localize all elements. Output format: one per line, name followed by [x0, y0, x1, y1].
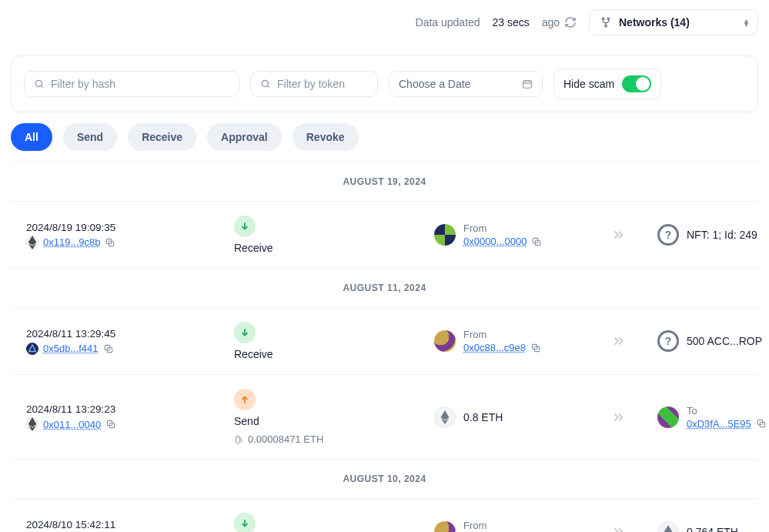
unknown-token-icon: ?: [657, 224, 679, 246]
timestamp: 2024/8/11 13:29:45: [26, 328, 234, 340]
copy-icon[interactable]: [530, 343, 541, 353]
avatar: [657, 407, 679, 428]
send-icon: [234, 389, 256, 410]
tx-hash-link[interactable]: 0x5db...f441: [43, 343, 99, 354]
eth-chain-icon: [26, 418, 38, 430]
arrow-icon: [611, 527, 657, 532]
arbitrum-chain-icon: [26, 343, 38, 355]
tab-receive[interactable]: Receive: [128, 123, 196, 151]
svg-rect-16: [236, 436, 240, 443]
hide-scam-toggle[interactable]: [622, 75, 651, 92]
receive-icon: [234, 513, 256, 532]
direction-label: To: [687, 405, 767, 417]
svg-point-3: [35, 80, 42, 86]
amount-text: 500 ACC...ROP: [687, 335, 762, 347]
data-updated-label: Data updated 23 secs ago: [416, 16, 577, 28]
eth-chain-icon: [26, 236, 38, 249]
updated-value: 23 secs: [493, 16, 530, 28]
avatar: [434, 330, 456, 352]
type-label: Receive: [234, 242, 434, 254]
filter-hash-input[interactable]: [51, 78, 229, 90]
search-icon: [34, 79, 45, 89]
direction-label: From: [463, 520, 544, 531]
copy-icon[interactable]: [105, 237, 115, 248]
copy-icon[interactable]: [103, 343, 114, 354]
tx-hash-link[interactable]: 0x119...9c8b: [43, 236, 100, 248]
type-label: Receive: [234, 348, 434, 360]
date-separator: AUGUST 19, 2024: [11, 162, 758, 201]
refresh-icon[interactable]: [564, 16, 577, 28]
table-row[interactable]: 2024/8/10 15:42:11 0xaf8...7a9b Receive …: [11, 498, 758, 532]
direction-label: From: [463, 223, 542, 234]
arrow-icon: [611, 229, 657, 240]
table-row[interactable]: 2024/8/11 13:29:23 0x011...0040 Send: [11, 374, 758, 459]
amount-text: 0.764 ETH: [687, 526, 738, 532]
address-link[interactable]: 0x0000...0000: [463, 236, 527, 247]
gas-amount: 0.00008471 ETH: [248, 433, 323, 445]
direction-label: From: [463, 329, 541, 340]
calendar-icon: [522, 79, 533, 89]
hide-scam-control: Hide scam: [553, 69, 661, 99]
svg-point-1: [607, 18, 610, 20]
receive-icon: [234, 216, 256, 237]
svg-point-0: [602, 18, 604, 20]
date-separator: AUGUST 10, 2024: [11, 459, 758, 498]
top-bar: Data updated 23 secs ago Networks (14) ▲…: [0, 0, 769, 45]
search-icon: [260, 79, 271, 89]
address-link[interactable]: 0x0c88...c9e8: [463, 342, 526, 353]
table-row[interactable]: 2024/8/11 13:29:45 0x5db...f441 Receive …: [11, 307, 758, 374]
svg-rect-5: [523, 81, 532, 88]
svg-point-4: [262, 80, 268, 86]
copy-icon[interactable]: [105, 419, 116, 430]
arrow-icon: [611, 336, 657, 346]
network-icon: [600, 17, 611, 28]
avatar: [434, 521, 456, 532]
receive-icon: [234, 322, 256, 343]
gas-icon: [234, 435, 243, 444]
tx-hash-link[interactable]: 0x011...0040: [43, 419, 101, 430]
transactions-list: AUGUST 19, 2024 2024/8/19 19:09:35 0x119…: [11, 162, 758, 532]
tab-send[interactable]: Send: [63, 123, 117, 151]
timestamp: 2024/8/19 19:09:35: [26, 222, 234, 233]
date-label: Choose a Date: [399, 78, 470, 90]
sort-chevrons-icon: ▲▼: [743, 19, 750, 26]
tab-revoke[interactable]: Revoke: [293, 123, 359, 151]
timestamp: 2024/8/11 13:29:23: [26, 403, 234, 415]
type-label: Send: [234, 415, 434, 427]
networks-label: Networks (14): [619, 16, 690, 28]
timestamp: 2024/8/10 15:42:11: [26, 519, 234, 530]
date-picker[interactable]: Choose a Date: [389, 71, 543, 97]
date-separator: AUGUST 11, 2024: [11, 268, 758, 307]
networks-dropdown[interactable]: Networks (14) ▲▼: [589, 9, 758, 35]
address-link[interactable]: 0xD3fA...5E95: [687, 418, 751, 430]
updated-prefix: Data updated: [416, 16, 480, 28]
copy-icon[interactable]: [531, 236, 542, 247]
tab-approval[interactable]: Approval: [207, 123, 282, 151]
unknown-token-icon: ?: [657, 330, 679, 352]
svg-point-2: [605, 25, 607, 27]
table-row[interactable]: 2024/8/19 19:09:35 0x119...9c8b Receive …: [11, 201, 758, 268]
arrow-icon: [611, 412, 657, 423]
type-filter-tabs: All Send Receive Approval Revoke: [0, 123, 769, 157]
filter-token-input[interactable]: [277, 78, 368, 90]
tab-all[interactable]: All: [11, 123, 52, 151]
filter-hash-wrap[interactable]: [24, 71, 239, 97]
updated-suffix: ago: [542, 16, 560, 28]
filter-panel: Choose a Date Hide scam: [11, 55, 758, 112]
eth-token-icon: [657, 521, 679, 532]
amount-text: 0.8 ETH: [463, 411, 503, 423]
filter-token-wrap[interactable]: [250, 71, 378, 97]
avatar: [434, 224, 456, 246]
eth-token-icon: [434, 407, 456, 428]
copy-icon[interactable]: [756, 418, 767, 429]
hide-scam-label: Hide scam: [563, 78, 614, 90]
amount-text: NFT: 1; Id: 249: [687, 229, 757, 241]
